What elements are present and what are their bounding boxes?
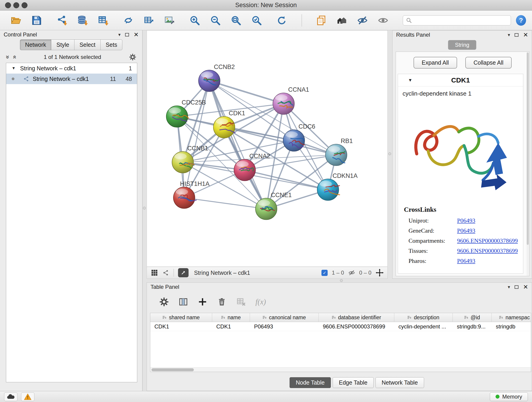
column-header-shared-name[interactable]: shared name: [150, 313, 212, 322]
network-options-gear-icon[interactable]: [129, 53, 136, 61]
network-overview-icon[interactable]: [162, 269, 169, 276]
panel-menu-icon[interactable]: ▾: [508, 284, 510, 290]
network-canvas[interactable]: CCNB2CCNA1CDC25BCDK1CDC6RB1CCNB1CCNA2CDK…: [147, 30, 388, 267]
panel-menu-icon[interactable]: ▾: [118, 32, 120, 37]
show-elements-icon[interactable]: [378, 15, 389, 26]
node-RB1[interactable]: RB1: [326, 138, 353, 166]
show-columns-icon[interactable]: [178, 297, 188, 307]
node-CDK1[interactable]: CDK1: [213, 110, 245, 138]
protein-card-header: ▼ CDK1: [398, 74, 523, 86]
results-scrollbar[interactable]: [526, 52, 529, 276]
delete-column-trash-icon[interactable]: [217, 297, 227, 307]
import-table-icon[interactable]: [98, 15, 109, 26]
crosslink-link[interactable]: P06493: [457, 258, 475, 264]
column-header-database-identifier[interactable]: database identifier: [319, 313, 394, 322]
crosslink-link[interactable]: 9606.ENSP00000378699: [457, 237, 518, 244]
open-file-icon[interactable]: [11, 15, 22, 26]
pan-crosshair-icon[interactable]: [375, 269, 384, 277]
export-image-icon[interactable]: [164, 15, 175, 26]
node-CDC6[interactable]: CDC6: [283, 123, 315, 151]
crosslink-link[interactable]: P06493: [457, 227, 475, 234]
edge-CCNB2-CCNE1[interactable]: [209, 81, 266, 209]
collapse-section-icon[interactable]: ▼: [408, 78, 412, 83]
hide-elements-icon[interactable]: [357, 15, 368, 26]
horizontal-splitter-handle[interactable]: [340, 279, 343, 282]
zoom-in-icon[interactable]: [189, 15, 200, 26]
warnings-button[interactable]: [21, 392, 34, 401]
column-header-description[interactable]: description: [394, 313, 453, 322]
edge-HIST1H1A-CCNE1[interactable]: [184, 198, 266, 209]
panel-menu-icon[interactable]: ▾: [508, 32, 510, 38]
tab-style[interactable]: Style: [51, 39, 75, 50]
tab-sets[interactable]: Sets: [100, 39, 122, 50]
table-panel-title: Table Panel: [151, 284, 179, 290]
window-close-button[interactable]: [5, 2, 11, 8]
cloud-status-button[interactable]: [4, 392, 17, 401]
save-session-icon[interactable]: [31, 15, 42, 26]
tab-edge-table[interactable]: Edge Table: [333, 377, 374, 388]
left-splitter-handle[interactable]: [143, 207, 146, 210]
import-network-file-icon[interactable]: [56, 15, 67, 26]
import-network-database-icon[interactable]: [77, 15, 88, 26]
panel-float-icon[interactable]: [515, 285, 519, 289]
function-builder-icon[interactable]: f(x): [255, 298, 266, 306]
duplicate-document-icon[interactable]: [316, 15, 327, 26]
expand-all-networks-icon[interactable]: »: [10, 55, 18, 59]
selected-count: 1 – 0: [332, 269, 344, 276]
tab-network[interactable]: Network: [20, 39, 51, 50]
add-column-icon[interactable]: [198, 297, 207, 307]
protein-structure-image: [403, 101, 518, 200]
column-header-name[interactable]: name: [212, 313, 250, 322]
crosslink-link[interactable]: P06493: [457, 217, 475, 224]
crosslink-row: Compartments:9606.ENSP00000378699: [398, 236, 523, 246]
search-input[interactable]: [414, 17, 508, 24]
tab-network-table[interactable]: Network Table: [375, 377, 424, 388]
node-CCNA1[interactable]: CCNA1: [273, 86, 309, 114]
help-button[interactable]: ?: [516, 15, 526, 26]
node-CDKN1A[interactable]: CDKN1A: [317, 172, 358, 201]
window-minimize-button[interactable]: [13, 2, 19, 8]
zoom-selected-icon[interactable]: [251, 15, 262, 26]
detach-view-button[interactable]: [178, 268, 189, 277]
zoom-out-icon[interactable]: [210, 15, 221, 26]
crosslink-label: Uniprot:: [409, 217, 457, 224]
column-header-canonical-name[interactable]: canonical name: [250, 313, 319, 322]
column-header-namespac[interactable]: namespac: [492, 313, 531, 322]
right-splitter-handle[interactable]: [388, 153, 391, 155]
new-network-from-selection-icon[interactable]: [123, 15, 134, 26]
node-CCNB1[interactable]: CCNB1: [172, 145, 208, 173]
panel-close-icon[interactable]: ✕: [133, 32, 139, 38]
birdseye-grid-icon[interactable]: [151, 269, 158, 277]
delete-table-icon[interactable]: [236, 297, 246, 307]
tab-node-table[interactable]: Node Table: [290, 377, 331, 388]
edge-CCNB2-CCNA1[interactable]: [209, 81, 283, 104]
expand-collection-icon[interactable]: ▼: [12, 66, 16, 70]
column-header-@id[interactable]: @id: [453, 313, 492, 322]
panel-float-icon[interactable]: [125, 33, 129, 36]
scrollbar-thumb[interactable]: [152, 368, 194, 371]
table-row[interactable]: CDK1CDK1P064939606.ENSP00000378699cyclin…: [150, 322, 531, 331]
crosslink-link[interactable]: 9606.ENSP00000378699: [457, 248, 518, 254]
zoom-fit-icon[interactable]: [230, 15, 241, 26]
window-zoom-button[interactable]: [22, 2, 27, 8]
tab-string[interactable]: String: [448, 40, 476, 50]
edge-CCNA2-CDKN1A[interactable]: [245, 170, 328, 190]
table-options-gear-icon[interactable]: [159, 297, 169, 307]
export-table-icon[interactable]: [143, 15, 154, 26]
panel-close-icon[interactable]: ✕: [523, 284, 528, 290]
panel-float-icon[interactable]: [515, 33, 519, 37]
panel-close-icon[interactable]: ✕: [523, 32, 528, 38]
node-CCNE1[interactable]: CCNE1: [255, 191, 292, 220]
homes-icon[interactable]: [336, 15, 347, 26]
network-row[interactable]: String Network – cdk1 11 48: [6, 74, 137, 84]
network-icon: [23, 76, 30, 82]
table-hscrollbar[interactable]: [150, 367, 531, 372]
node-HIST1H1A[interactable]: HIST1H1A: [173, 180, 210, 209]
tab-select[interactable]: Select: [74, 39, 101, 50]
search-box[interactable]: [403, 15, 511, 26]
memory-button[interactable]: Memory: [490, 392, 528, 401]
network-collection-row[interactable]: ▼ String Network – cdk1 1: [6, 63, 137, 74]
expand-all-button[interactable]: Expand All: [413, 57, 457, 69]
apply-layout-icon[interactable]: [276, 15, 287, 26]
collapse-all-button[interactable]: Collapse All: [465, 57, 512, 69]
